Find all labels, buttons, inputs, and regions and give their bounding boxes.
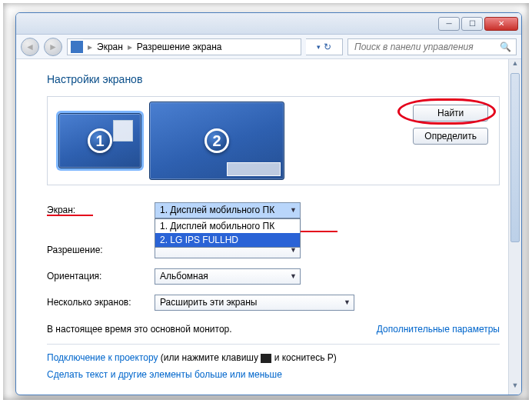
refresh-icon: ↻ (324, 42, 331, 52)
breadcrumb-screen[interactable]: Экран (97, 42, 123, 52)
settings-group: Экран: 1. Дисплей мобильного ПК ▼ 1. Дис… (47, 199, 500, 313)
divider (47, 344, 500, 345)
dropdown-arrow-icon: ▾ (317, 43, 321, 51)
chevron-down-icon: ▼ (290, 206, 297, 214)
identify-button[interactable]: Определить (413, 128, 488, 145)
search-icon: 🔍 (500, 42, 511, 52)
window-frame: ─ ☐ ✕ ◄ ► ▸ Экран ▸ Разрешение экрана ▾ … (15, 12, 522, 395)
control-panel-icon (71, 41, 83, 53)
projector-suffix1: (или нажмите клавишу (161, 352, 261, 363)
monitor-1-badge: 1 (88, 128, 112, 153)
nav-back-button[interactable]: ◄ (21, 38, 39, 56)
projector-link[interactable]: Подключение к проектору (47, 352, 158, 363)
multiple-value: Расширить эти экраны (160, 297, 257, 308)
refresh-button[interactable]: ▾ ↻ (306, 38, 343, 55)
content-area: Настройки экранов 1 2 Найти Определить Э… (16, 59, 521, 395)
close-button[interactable]: ✕ (484, 17, 518, 31)
screen-dropdown-value: 1. Дисплей мобильного ПК (160, 205, 274, 215)
projector-suffix2: и коснитесь P) (274, 352, 337, 363)
nav-forward-button[interactable]: ► (44, 38, 62, 56)
chevron-down-icon: ▼ (344, 298, 351, 306)
navbar: ◄ ► ▸ Экран ▸ Разрешение экрана ▾ ↻ 🔍 (16, 35, 521, 59)
windows-key-icon (261, 354, 271, 363)
orientation-label: Ориентация: (47, 271, 155, 281)
screen-option-1[interactable]: 1. Дисплей мобильного ПК (155, 219, 300, 233)
hand-annotation-underline (47, 215, 93, 216)
orientation-value: Альбомная (160, 271, 208, 281)
multiple-displays-dropdown[interactable]: Расширить эти экраны ▼ (155, 295, 354, 311)
monitor-2-badge: 2 (204, 128, 229, 153)
search-input[interactable] (353, 41, 500, 53)
multiple-label: Несколько экранов: (47, 297, 155, 308)
vertical-scrollbar[interactable]: ▲ ▼ (508, 59, 521, 395)
chevron-down-icon: ▼ (290, 246, 297, 254)
hand-annotation-underline (301, 231, 337, 232)
monitor-2[interactable]: 2 (149, 102, 284, 180)
screen-label: Экран: (47, 205, 155, 215)
page-title: Настройки экранов (47, 73, 500, 85)
monitor-1[interactable]: 1 (58, 113, 141, 168)
breadcrumb-resolution[interactable]: Разрешение экрана (137, 42, 222, 52)
scroll-down-icon[interactable]: ▼ (509, 381, 521, 395)
chevron-right-icon: ▸ (88, 42, 92, 52)
projector-line: Подключение к проектору (или нажмите кла… (47, 352, 500, 363)
titlebar: ─ ☐ ✕ (16, 13, 521, 35)
screen-option-2[interactable]: 2. LG IPS FULLHD (155, 233, 300, 247)
monitor-preview: 1 2 Найти Определить (47, 96, 500, 185)
screen-dropdown[interactable]: 1. Дисплей мобильного ПК ▼ 1. Дисплей мо… (155, 202, 301, 218)
search-box[interactable]: 🔍 (347, 38, 517, 55)
orientation-dropdown[interactable]: Альбомная ▼ (155, 268, 301, 285)
address-bar[interactable]: ▸ Экран ▸ Разрешение экрана (67, 38, 301, 55)
scroll-up-icon[interactable]: ▲ (509, 59, 521, 72)
find-button[interactable]: Найти (413, 105, 488, 122)
maximize-button[interactable]: ☐ (461, 17, 483, 31)
primary-monitor-note: В настоящее время это основной монитор. (47, 324, 232, 335)
primary-monitor-row: В настоящее время это основной монитор. … (47, 324, 500, 335)
advanced-settings-link[interactable]: Дополнительные параметры (377, 324, 500, 335)
chevron-right-icon: ▸ (128, 42, 132, 52)
scroll-thumb[interactable] (510, 73, 520, 242)
window-thumb-icon (113, 120, 133, 142)
chevron-down-icon: ▼ (290, 272, 297, 280)
text-size-link[interactable]: Сделать текст и другие элементы больше и… (47, 369, 282, 380)
resolution-label: Разрешение: (47, 245, 155, 255)
minimize-button[interactable]: ─ (438, 17, 460, 31)
taskbar-icon (227, 162, 281, 176)
screen-dropdown-list: 1. Дисплей мобильного ПК 2. LG IPS FULLH… (155, 218, 301, 248)
